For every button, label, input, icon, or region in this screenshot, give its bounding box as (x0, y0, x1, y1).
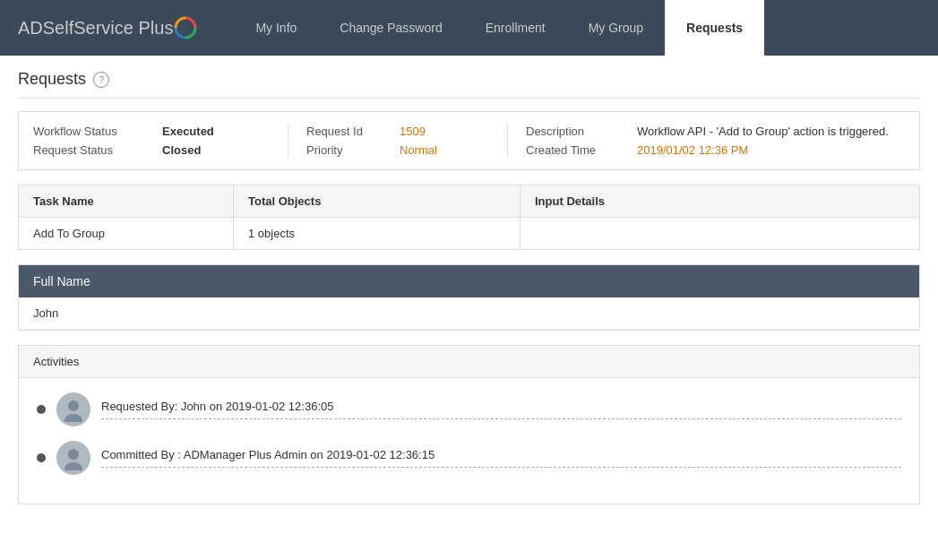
request-status-label: Request Status (33, 143, 159, 157)
activity-bullet-1 (37, 405, 46, 414)
fullname-value: John (19, 297, 919, 330)
logo-icon (173, 15, 198, 40)
activities-header: Activities (19, 346, 919, 378)
cell-input-details (521, 218, 919, 249)
request-id-value: 1509 (400, 125, 489, 138)
workflow-status-label: Workflow Status (33, 125, 159, 138)
col-total-objects: Total Objects (234, 185, 521, 217)
nav-my-group[interactable]: My Group (567, 0, 665, 56)
svg-point-0 (68, 401, 79, 411)
activity-avatar-1 (56, 392, 90, 426)
table-row: Add To Group 1 objects (19, 218, 919, 249)
priority-label: Priority (306, 143, 396, 157)
cell-total-objects: 1 objects (234, 218, 521, 249)
col-input-details: Input Details (521, 185, 919, 217)
activities-body: Requested By: John on 2019-01-02 12:36:0… (19, 378, 919, 504)
description-value: Workflow API - 'Add to Group' action is … (637, 125, 889, 138)
activity-item-1: Requested By: John on 2019-01-02 12:36:0… (37, 392, 901, 426)
created-time-value: 2019/01/02 12:36 PM (637, 143, 889, 157)
nav-my-info[interactable]: My Info (234, 0, 318, 56)
cell-task-name: Add To Group (19, 218, 234, 249)
avatar-icon-2 (61, 445, 86, 470)
nav-requests[interactable]: Requests (665, 0, 764, 56)
page-title-row: Requests ? (18, 70, 920, 99)
nav-change-password[interactable]: Change Password (318, 0, 463, 56)
activity-text-2: Committed By : ADManager Plus Admin on 2… (101, 448, 901, 468)
svg-point-2 (68, 449, 79, 460)
fullname-header: Full Name (19, 265, 919, 297)
svg-point-1 (65, 414, 82, 422)
col-task-name: Task Name (19, 185, 234, 217)
logo-main: ADSelfService (18, 18, 133, 38)
priority-value: Normal (400, 143, 489, 157)
nav-enrollment[interactable]: Enrollment (464, 0, 567, 56)
page-content: Requests ? Workflow Status Executed Requ… (0, 56, 938, 519)
help-icon[interactable]: ? (93, 72, 109, 88)
avatar-icon-1 (61, 397, 86, 422)
activities-section: Activities Requested By: John on 2019-01… (18, 345, 920, 504)
nav: My Info Change Password Enrollment My Gr… (234, 0, 920, 56)
info-section: Workflow Status Executed Request Status … (18, 111, 920, 170)
description-label: Description (526, 125, 633, 138)
logo-text: ADSelfService Plus (18, 18, 173, 39)
request-status-value: Closed (162, 143, 270, 157)
table-header-row: Task Name Total Objects Input Details (19, 185, 919, 218)
created-time-label: Created Time (526, 143, 633, 157)
table-section: Task Name Total Objects Input Details Ad… (18, 185, 920, 250)
svg-point-3 (65, 462, 82, 470)
activity-bullet-2 (37, 453, 46, 462)
fullname-section: Full Name John (18, 264, 920, 331)
workflow-status-value: Executed (162, 125, 270, 138)
activity-item-2: Committed By : ADManager Plus Admin on 2… (37, 441, 901, 475)
request-id-label: Request Id (306, 125, 396, 138)
logo-plus: Plus (133, 18, 173, 38)
page-title: Requests (18, 70, 86, 89)
activity-avatar-2 (56, 441, 90, 475)
activity-text-1: Requested By: John on 2019-01-02 12:36:0… (101, 400, 901, 419)
header: ADSelfService Plus My Info Change Passwo… (0, 0, 938, 56)
logo: ADSelfService Plus (18, 15, 198, 40)
